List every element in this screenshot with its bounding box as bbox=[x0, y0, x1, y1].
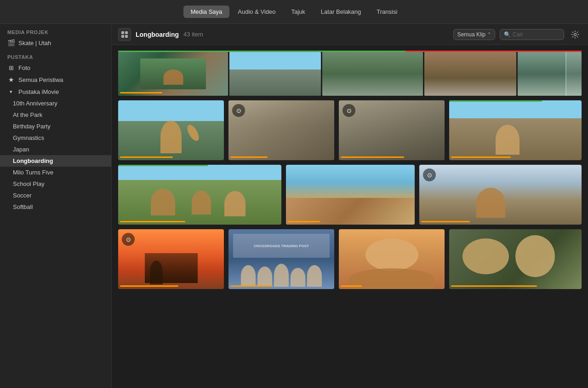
svg-rect-2 bbox=[121, 35, 124, 38]
sidebar-label-skate-utah: Skate | Utah bbox=[18, 40, 51, 46]
vid-thumb-3-3[interactable]: ⊙ bbox=[419, 165, 582, 225]
sidebar-label-soccer: Soccer bbox=[13, 192, 31, 199]
film-icon: 🎬 bbox=[7, 39, 15, 46]
content-title: Longboarding bbox=[136, 31, 179, 38]
sidebar-item-birthday-party[interactable]: Birthday Party bbox=[0, 121, 111, 132]
sidebar-label-birthday-party: Birthday Party bbox=[13, 123, 51, 130]
sidebar-item-softball[interactable]: Softball bbox=[0, 201, 111, 213]
sidebar: MEDIA PROJEK 🎬 Skate | Utah PUSTAKA ⊞ Fo… bbox=[0, 24, 112, 388]
vid-thumb-2-4[interactable] bbox=[449, 100, 582, 160]
grid-area[interactable]: ⊙ ⊙ bbox=[112, 45, 588, 388]
filmstrip-row bbox=[118, 51, 582, 96]
tab-media-saya[interactable]: Media Saya bbox=[183, 6, 230, 18]
vid-thumb-2-2[interactable]: ⊙ bbox=[228, 100, 334, 160]
filmstrip-thumb-2[interactable] bbox=[229, 52, 321, 96]
star-icon: ★ bbox=[7, 76, 15, 83]
vid-thumb-4-4[interactable] bbox=[449, 229, 582, 289]
tab-tajuk[interactable]: Tajuk bbox=[284, 6, 312, 18]
sidebar-label-foto: Foto bbox=[18, 64, 30, 71]
vid-thumb-4-1[interactable]: ⊙ bbox=[118, 229, 224, 289]
nav-tabs: Media Saya Audio & Video Tajuk Latar Bel… bbox=[183, 6, 405, 18]
sidebar-section-media-projek: MEDIA PROJEK bbox=[0, 24, 111, 37]
sidebar-label-milo-turns-five: Milo Turns Five bbox=[13, 169, 53, 176]
svg-rect-1 bbox=[125, 31, 128, 34]
sidebar-item-semua-peristiwa[interactable]: ★ Semua Peristiwa bbox=[0, 74, 111, 86]
sidebar-label-longboarding: Longboarding bbox=[13, 157, 53, 164]
filmstrip-thumb-4[interactable] bbox=[424, 52, 516, 96]
grid-view-button[interactable] bbox=[118, 28, 131, 41]
sidebar-label-pustaka-imovie: Pustaka iMovie bbox=[18, 88, 59, 95]
sidebar-item-10th-anniversary[interactable]: 10th Anniversary bbox=[0, 98, 111, 109]
sidebar-label-10th-anniversary: 10th Anniversary bbox=[13, 100, 57, 107]
search-box[interactable]: 🔍 bbox=[500, 29, 564, 40]
filter-dropdown[interactable]: Semua Klip ⌃ bbox=[453, 29, 495, 40]
tab-audio-video[interactable]: Audio & Video bbox=[230, 6, 283, 18]
sidebar-item-milo-turns-five[interactable]: Milo Turns Five bbox=[0, 167, 111, 178]
video-grid: ⊙ ⊙ bbox=[118, 51, 582, 289]
main-layout: MEDIA PROJEK 🎬 Skate | Utah PUSTAKA ⊞ Fo… bbox=[0, 24, 588, 388]
sidebar-item-gymnastics[interactable]: Gymnastics bbox=[0, 132, 111, 144]
grid-row-2: ⊙ ⊙ bbox=[118, 100, 582, 160]
grid-row-4: ⊙ CROSSROADS TRADING POST bbox=[118, 229, 582, 289]
filmstrip-thumb-3[interactable] bbox=[322, 52, 423, 96]
sidebar-item-pustaka-imovie[interactable]: ▾ Pustaka iMovie bbox=[0, 86, 111, 98]
sidebar-section-pustaka: PUSTAKA bbox=[0, 49, 111, 62]
sidebar-item-school-play[interactable]: School Play bbox=[0, 178, 111, 190]
sidebar-item-japan[interactable]: Japan bbox=[0, 144, 111, 155]
clip-icon-3b: ⊙ bbox=[423, 168, 436, 181]
top-navigation: Media Saya Audio & Video Tajuk Latar Bel… bbox=[0, 0, 588, 24]
vid-thumb-2-1[interactable] bbox=[118, 100, 224, 160]
content-count: 43 item bbox=[183, 31, 203, 38]
sidebar-item-soccer[interactable]: Soccer bbox=[0, 190, 111, 201]
vid-thumb-3-2[interactable] bbox=[286, 165, 415, 225]
tab-transisi[interactable]: Transisi bbox=[369, 6, 405, 18]
vid-thumb-2-3[interactable]: ⊙ bbox=[339, 100, 445, 160]
grid-row-3: ⊙ bbox=[118, 165, 582, 225]
grid-icon: ⊞ bbox=[7, 64, 15, 71]
svg-rect-0 bbox=[121, 31, 124, 34]
filmstrip-thumb-1[interactable] bbox=[118, 52, 228, 96]
sidebar-item-longboarding[interactable]: Longboarding bbox=[0, 155, 111, 167]
sidebar-label-semua-peristiwa: Semua Peristiwa bbox=[18, 76, 63, 83]
svg-rect-3 bbox=[125, 35, 128, 38]
sidebar-label-at-the-park: At the Park bbox=[13, 111, 42, 118]
sidebar-label-japan: Japan bbox=[13, 146, 29, 153]
content-area: Longboarding 43 item Semua Klip ⌃ 🔍 bbox=[112, 24, 588, 388]
sidebar-label-softball: Softball bbox=[13, 203, 33, 210]
sidebar-label-gymnastics: Gymnastics bbox=[13, 134, 44, 141]
sidebar-item-foto[interactable]: ⊞ Foto bbox=[0, 62, 111, 74]
filter-chevron-icon: ⌃ bbox=[487, 32, 491, 37]
vid-thumb-4-3[interactable] bbox=[339, 229, 445, 289]
clip-icon-2: ⊙ bbox=[232, 104, 245, 117]
search-input[interactable] bbox=[513, 31, 559, 38]
settings-button[interactable] bbox=[569, 28, 582, 41]
clip-icon-4a: ⊙ bbox=[122, 233, 135, 246]
search-icon: 🔍 bbox=[504, 31, 511, 38]
filter-label: Semua Klip bbox=[457, 31, 485, 38]
vid-thumb-4-2[interactable]: CROSSROADS TRADING POST bbox=[228, 229, 334, 289]
tab-latar-belakang[interactable]: Latar Belakang bbox=[314, 6, 368, 18]
chevron-down-icon: ▾ bbox=[7, 88, 15, 95]
svg-point-4 bbox=[574, 33, 577, 35]
sidebar-label-school-play: School Play bbox=[13, 180, 45, 187]
sidebar-item-at-the-park[interactable]: At the Park bbox=[0, 109, 111, 121]
content-toolbar: Longboarding 43 item Semua Klip ⌃ 🔍 bbox=[112, 24, 588, 45]
clip-icon-3: ⊙ bbox=[343, 104, 355, 117]
filmstrip-thumb-5[interactable] bbox=[518, 52, 582, 96]
vid-thumb-3-1[interactable] bbox=[118, 165, 281, 225]
sidebar-item-skate-utah[interactable]: 🎬 Skate | Utah bbox=[0, 37, 111, 49]
